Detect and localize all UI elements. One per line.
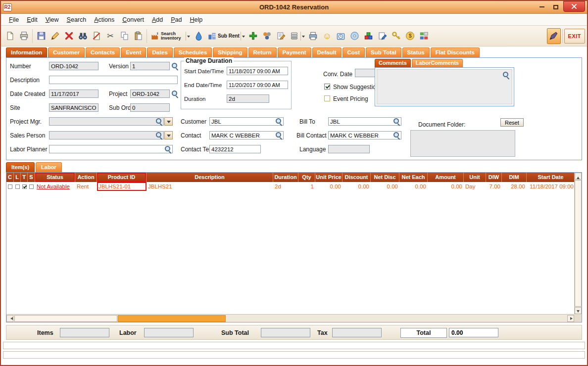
column-header-t[interactable]: T: [21, 173, 28, 182]
row-cell-net-disc[interactable]: 0.00: [371, 182, 399, 191]
column-header-discount[interactable]: Discount: [343, 173, 371, 182]
bill-contact-search-icon[interactable]: [393, 132, 400, 139]
tab-customer[interactable]: Customer: [48, 47, 85, 57]
column-header-c[interactable]: C: [6, 173, 14, 182]
group-button[interactable]: [260, 28, 274, 44]
scroll-left-button[interactable]: [6, 315, 13, 322]
column-header-duration[interactable]: Duration: [273, 173, 298, 182]
date-created-input[interactable]: [49, 90, 98, 98]
horizontal-scroll-thumb[interactable]: [14, 315, 117, 322]
end-datetime-input[interactable]: [227, 81, 288, 89]
row-cell-start-date[interactable]: 11/18/2017 09:00: [527, 182, 575, 191]
ink-drop-button[interactable]: [192, 28, 205, 44]
description-input[interactable]: [49, 76, 178, 84]
find-replace-button[interactable]: [90, 28, 103, 44]
grid-row[interactable]: Not AvailableRentJBLHS21-01JBLHS212d10.0…: [6, 182, 582, 191]
project-mgr-search-icon[interactable]: [155, 118, 163, 125]
save-button[interactable]: [34, 28, 48, 44]
sub-rent-button[interactable]: Sub Rent: [205, 28, 246, 44]
bill-to-search-icon[interactable]: [393, 118, 400, 125]
column-header-amount[interactable]: Amount: [428, 173, 464, 182]
find-button[interactable]: [76, 28, 90, 44]
column-header-diw[interactable]: DIW: [486, 173, 502, 182]
memo-button[interactable]: [274, 28, 288, 44]
column-header-net-each[interactable]: Net Each: [399, 173, 428, 182]
comments-tab-laborcomments[interactable]: LaborComments: [412, 59, 463, 67]
project-search-icon[interactable]: [171, 90, 179, 97]
comments-textarea[interactable]: [377, 69, 512, 104]
site-input[interactable]: [49, 103, 98, 112]
tab-cost[interactable]: Cost: [343, 47, 365, 57]
menu-help[interactable]: Help: [186, 15, 207, 24]
design-pen-button[interactable]: [547, 28, 561, 44]
column-header-unit[interactable]: Unit: [464, 173, 486, 182]
horizontal-scrollbar[interactable]: [6, 314, 574, 322]
exit-button[interactable]: EXIT: [564, 29, 585, 44]
contact-tel-input[interactable]: [209, 145, 261, 153]
new-button[interactable]: [3, 28, 17, 44]
number-input[interactable]: [49, 62, 98, 70]
smiley-button[interactable]: ☺: [320, 28, 334, 44]
reset-button[interactable]: Reset: [500, 118, 524, 127]
document-folder-box[interactable]: [410, 130, 515, 157]
vertical-scroll-thumb[interactable]: [575, 180, 582, 307]
row-cell-description[interactable]: JBLHS21: [147, 182, 273, 191]
column-header-product-id[interactable]: Product ID: [97, 173, 147, 182]
tab-shipping[interactable]: Shipping: [213, 47, 247, 57]
column-header-start-date[interactable]: Start Date: [527, 173, 575, 182]
menu-convert[interactable]: Convert: [118, 15, 148, 24]
start-datetime-input[interactable]: [227, 67, 288, 75]
row-cell-unit[interactable]: Day: [464, 182, 486, 191]
note-edit-button[interactable]: [376, 28, 390, 44]
language-input[interactable]: [328, 145, 370, 153]
contact-search-icon[interactable]: [275, 132, 283, 139]
column-header-net-disc[interactable]: Net Disc: [371, 173, 399, 182]
customer-input[interactable]: [209, 117, 284, 126]
row-checkbox-c[interactable]: [8, 184, 12, 189]
dropdown-arrow-icon[interactable]: [241, 32, 245, 41]
bill-contact-input[interactable]: [328, 131, 401, 139]
history-button[interactable]: [334, 28, 348, 44]
edit-button[interactable]: [48, 28, 62, 44]
row-cell-qty[interactable]: 1: [298, 182, 315, 191]
scroll-down-button[interactable]: [575, 307, 582, 314]
items-tab-labor[interactable]: Labor: [36, 162, 62, 172]
total-value-input[interactable]: [449, 328, 498, 337]
row-cell-status[interactable]: Not Available: [35, 182, 75, 191]
row-checkbox-s[interactable]: [29, 184, 34, 189]
duration-input[interactable]: [227, 94, 269, 103]
menu-file[interactable]: File: [5, 15, 23, 24]
menu-add[interactable]: Add: [148, 15, 167, 24]
tab-information[interactable]: Information: [6, 47, 47, 57]
tab-status[interactable]: Status: [402, 47, 430, 57]
column-header-unit-price[interactable]: Unit Price: [315, 173, 343, 182]
paste-button[interactable]: [131, 28, 145, 44]
project-mgr-dropdown-button[interactable]: [164, 117, 173, 126]
items-tab-item-s[interactable]: Item(s): [6, 162, 35, 172]
column-header-action[interactable]: Action: [75, 173, 97, 182]
show-suggestions-checkbox[interactable]: [324, 84, 330, 90]
bill-to-input[interactable]: [328, 117, 401, 126]
row-cell-net-each[interactable]: 0.00: [399, 182, 428, 191]
money-button[interactable]: $: [403, 28, 417, 44]
menu-search[interactable]: Search: [63, 15, 91, 24]
row-cell-discount[interactable]: 0.00: [343, 182, 371, 191]
tab-payment[interactable]: Payment: [278, 47, 311, 57]
column-header-description[interactable]: Description: [147, 173, 273, 182]
items-total-input[interactable]: [60, 328, 109, 337]
minimize-button[interactable]: [536, 2, 548, 12]
sales-person-dropdown-button[interactable]: [164, 131, 173, 139]
row-cell-unit-price[interactable]: 0.00: [315, 182, 343, 191]
dropdown-arrow-icon[interactable]: [300, 32, 305, 41]
menu-actions[interactable]: Actions: [90, 15, 118, 24]
cut-button[interactable]: ✂: [103, 28, 117, 44]
labor-planner-input[interactable]: [49, 145, 173, 153]
tab-dates[interactable]: Dates: [147, 47, 172, 57]
column-header-l[interactable]: L: [14, 173, 21, 182]
copy-button[interactable]: [117, 28, 131, 44]
restore-button[interactable]: [549, 2, 562, 12]
version-input[interactable]: [130, 62, 170, 70]
contact-input[interactable]: [209, 131, 284, 139]
menu-edit[interactable]: Edit: [23, 15, 42, 24]
site-print-button[interactable]: [306, 28, 320, 44]
